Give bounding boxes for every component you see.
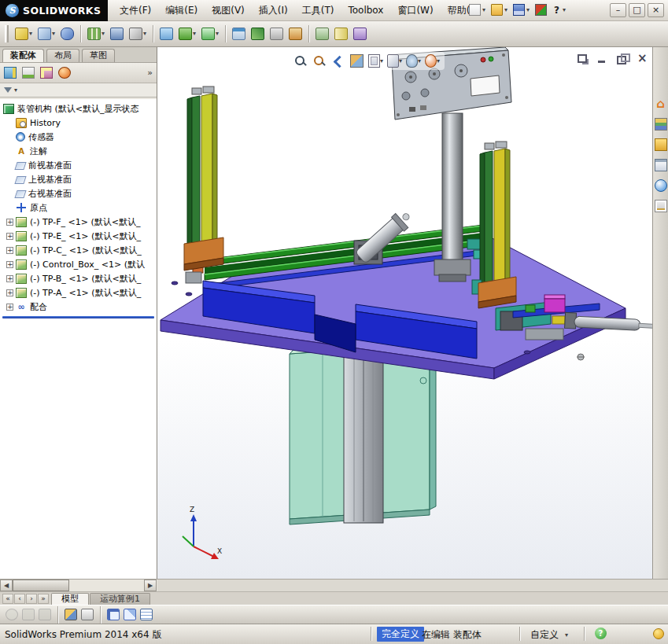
tab-sketch[interactable]: 草图 xyxy=(82,49,115,62)
tree-item-front-plane[interactable]: 前视基准面 xyxy=(0,158,157,172)
menu-view[interactable]: 视图(V) xyxy=(205,0,252,20)
section-view-button[interactable] xyxy=(349,53,364,68)
tab-motion-study-1[interactable]: 运动算例1 xyxy=(90,593,150,605)
configurationmanager-icon[interactable] xyxy=(40,67,53,79)
rollback-bar[interactable] xyxy=(2,316,154,318)
help-button[interactable]: ?▾ xyxy=(551,3,567,17)
restore-document-button[interactable] xyxy=(615,53,629,64)
tree-item-root[interactable]: 装管机构 (默认<默认_显示状态 xyxy=(0,101,157,116)
tree-item-tp-a[interactable]: +(-) TP-A_ <1> (默认<默认_ xyxy=(0,285,157,300)
assembly-features-button[interactable]: ▾ xyxy=(177,26,197,42)
custom-properties-icon[interactable] xyxy=(655,200,667,212)
display-style-button[interactable]: ▾ xyxy=(387,53,402,68)
tree-item-annotations[interactable]: 注解 xyxy=(0,144,157,158)
section-view-icon[interactable] xyxy=(65,609,77,620)
expand-icon[interactable]: + xyxy=(6,304,13,311)
menu-window[interactable]: 窗口(W) xyxy=(390,0,440,20)
explode-line-sketch-button[interactable] xyxy=(268,26,285,42)
save-button[interactable]: ▾ xyxy=(511,2,531,17)
close-button[interactable]: × xyxy=(648,3,664,17)
mass-properties-button[interactable] xyxy=(352,26,368,42)
zoom-to-fit-button[interactable] xyxy=(293,53,308,68)
smart-fasteners-button[interactable] xyxy=(109,26,125,42)
maximize-button[interactable]: □ xyxy=(629,3,645,17)
previous-tab-button[interactable]: ‹ xyxy=(14,594,25,604)
tree-item-tp-e[interactable]: +(-) TP-E_ <1> (默认<默认_ xyxy=(0,229,157,243)
tree-item-tp-f[interactable]: +(-) TP-F_ <1> (默认<默认_ xyxy=(0,215,157,229)
close-document-button[interactable] xyxy=(635,53,649,64)
measure-button[interactable] xyxy=(333,26,349,42)
linear-component-pattern-button[interactable]: ▾ xyxy=(86,26,106,42)
featuremanager-tree-icon[interactable] xyxy=(4,67,17,79)
menu-tools[interactable]: 工具(T) xyxy=(295,0,341,20)
hide-show-items-button[interactable]: ▾ xyxy=(406,53,421,68)
tree-item-top-plane[interactable]: 上视基准面 xyxy=(0,172,157,186)
move-component-button[interactable]: ▾ xyxy=(127,26,148,42)
view-palette-icon[interactable] xyxy=(655,159,667,171)
expand-icon[interactable]: + xyxy=(6,247,13,254)
rebuild-icon[interactable] xyxy=(6,609,18,620)
right-tower-part[interactable] xyxy=(472,142,516,308)
customize-menu[interactable]: 自定义▾ xyxy=(530,628,568,642)
toolbar-grip[interactable] xyxy=(5,25,9,42)
visual-properties-icon[interactable] xyxy=(22,609,35,620)
new-document-button[interactable]: ▾ xyxy=(467,2,487,17)
bill-of-materials-button[interactable] xyxy=(231,26,247,42)
expand-icon[interactable]: + xyxy=(6,233,13,240)
chevron-down-icon[interactable]: ▾ xyxy=(14,87,17,94)
left-tower-part[interactable] xyxy=(184,86,223,270)
filter-icon[interactable] xyxy=(4,87,12,93)
last-tab-button[interactable]: » xyxy=(38,594,49,604)
scrollbar-thumb[interactable] xyxy=(13,580,69,591)
panel-overflow-button[interactable]: » xyxy=(147,68,153,78)
menu-file[interactable]: 文件(F) xyxy=(113,0,158,20)
tree-item-origin[interactable]: 原点 xyxy=(0,201,157,215)
menu-toolbox[interactable]: Toolbox xyxy=(341,0,390,20)
expand-icon[interactable]: + xyxy=(6,219,13,226)
tab-assembly[interactable]: 装配体 xyxy=(2,49,44,62)
file-explorer-icon[interactable] xyxy=(655,138,667,151)
interference-detection-button[interactable] xyxy=(287,26,304,42)
expand-icon[interactable]: + xyxy=(6,261,13,268)
tree-item-mates[interactable]: +配合 xyxy=(0,300,157,314)
propertymanager-icon[interactable] xyxy=(22,67,35,79)
tile-windows-button[interactable] xyxy=(576,53,590,64)
assembly-model[interactable]: Z X xyxy=(157,47,652,579)
view-orientation-button[interactable]: ▾ xyxy=(368,53,383,68)
scroll-left-button[interactable]: ◀ xyxy=(0,580,13,591)
tab-model[interactable]: 模型 xyxy=(51,593,89,605)
show-hidden-components-button[interactable] xyxy=(158,26,175,42)
mate-button[interactable] xyxy=(59,26,76,42)
first-tab-button[interactable]: « xyxy=(2,594,13,604)
reference-triad-icon[interactable] xyxy=(124,609,136,620)
deactivate-icon[interactable] xyxy=(39,609,51,620)
panel-horizontal-scrollbar[interactable]: ◀ ▶ xyxy=(0,580,157,592)
edit-component-button[interactable]: ▾ xyxy=(13,26,34,42)
previous-view-button[interactable] xyxy=(330,53,345,68)
clearance-verification-button[interactable] xyxy=(314,26,330,42)
edit-appearance-button[interactable]: ▾ xyxy=(425,53,440,68)
tree-item-sensors[interactable]: 传感器 xyxy=(0,130,157,144)
insert-components-button[interactable]: ▾ xyxy=(36,26,57,42)
scroll-right-button[interactable]: ▶ xyxy=(144,580,157,591)
appearances-scenes-icon[interactable] xyxy=(655,179,667,192)
next-tab-button[interactable]: › xyxy=(26,594,37,604)
design-library-icon[interactable] xyxy=(655,118,667,131)
minimize-button[interactable]: – xyxy=(610,3,626,17)
tree-item-history[interactable]: History xyxy=(0,116,157,130)
expand-icon[interactable]: + xyxy=(6,275,13,282)
tree-item-tp-c[interactable]: +(-) TP-C_ <1> (默认<默认_ xyxy=(0,243,157,257)
expand-icon[interactable]: + xyxy=(6,289,13,296)
menu-edit[interactable]: 编辑(E) xyxy=(158,0,205,20)
tree-item-tp-b[interactable]: +(-) TP-B_ <1> (默认<默认_ xyxy=(0,271,157,285)
open-document-button[interactable]: ▾ xyxy=(489,2,509,17)
tree-item-right-plane[interactable]: 右视基准面 xyxy=(0,186,157,201)
base-column-part[interactable] xyxy=(344,352,383,523)
evaluate-table-icon[interactable] xyxy=(140,609,153,620)
3d-contentcentral-button[interactable] xyxy=(533,2,548,17)
exploded-view-button[interactable] xyxy=(249,26,266,42)
tree-item-control-box[interactable]: +(-) Control_Box_ <1> (默认 xyxy=(0,257,157,271)
minimize-document-button[interactable] xyxy=(596,53,610,64)
tab-layout[interactable]: 布局 xyxy=(46,49,79,62)
graphics-area[interactable]: Z X ▾ ▾ ▾ ▾ xyxy=(157,47,652,579)
